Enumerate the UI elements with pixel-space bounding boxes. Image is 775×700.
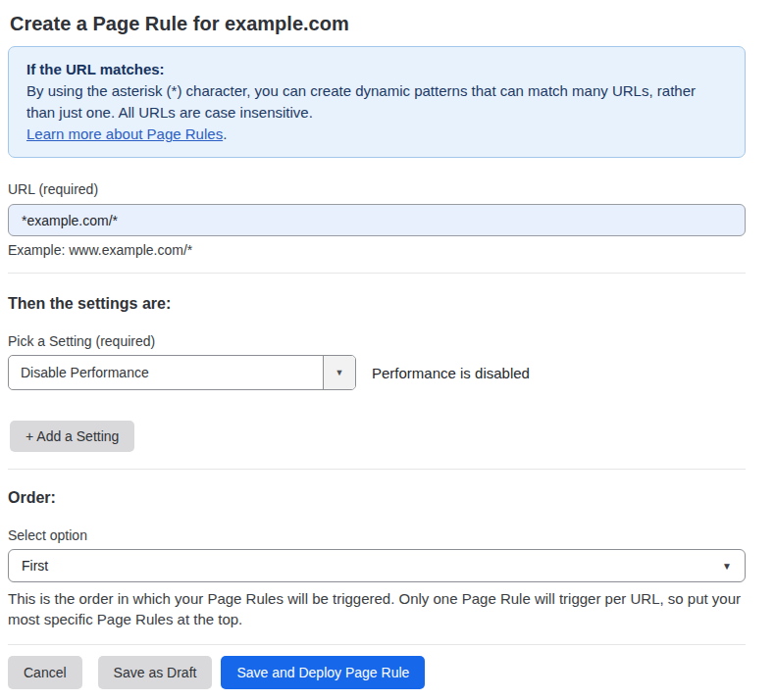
- link-period: .: [223, 125, 227, 142]
- url-match-info-box: If the URL matches: By using the asteris…: [8, 46, 746, 158]
- info-box-link-line: Learn more about Page Rules.: [26, 124, 727, 145]
- setting-picker-label: Pick a Setting (required): [8, 333, 746, 350]
- url-example-text: Example: www.example.com/*: [8, 242, 746, 259]
- url-input[interactable]: [8, 204, 746, 236]
- save-as-draft-button[interactable]: Save as Draft: [98, 656, 213, 689]
- info-box-heading: If the URL matches:: [26, 59, 727, 80]
- setting-select-value: Disable Performance: [9, 356, 323, 389]
- url-label: URL (required): [8, 181, 746, 198]
- setting-select[interactable]: Disable Performance ▼: [8, 355, 356, 390]
- setting-status-text: Performance is disabled: [372, 365, 530, 381]
- chevron-down-icon: ▼: [722, 561, 732, 572]
- order-help-text: This is the order in which your Page Rul…: [8, 588, 746, 629]
- divider: [8, 644, 746, 645]
- order-select-label: Select option: [8, 527, 746, 544]
- settings-heading: Then the settings are:: [8, 294, 746, 313]
- dropdown-arrow-icon: ▼: [323, 356, 355, 389]
- save-deploy-button[interactable]: Save and Deploy Page Rule: [221, 656, 425, 689]
- create-page-rule-form: Create a Page Rule for example.com If th…: [0, 0, 775, 689]
- order-select-value: First: [22, 558, 48, 574]
- divider: [8, 273, 746, 274]
- cancel-button[interactable]: Cancel: [8, 656, 82, 689]
- learn-more-link[interactable]: Learn more about Page Rules: [26, 125, 223, 142]
- order-select[interactable]: First ▼: [8, 549, 746, 582]
- footer-actions: Cancel Save as Draft Save and Deploy Pag…: [8, 656, 746, 689]
- divider: [8, 469, 746, 470]
- setting-row: Disable Performance ▼ Performance is dis…: [8, 355, 746, 390]
- order-heading: Order:: [8, 488, 746, 507]
- page-title: Create a Page Rule for example.com: [10, 12, 746, 35]
- add-setting-button[interactable]: + Add a Setting: [10, 421, 134, 452]
- info-box-body: By using the asterisk (*) character, you…: [26, 80, 727, 124]
